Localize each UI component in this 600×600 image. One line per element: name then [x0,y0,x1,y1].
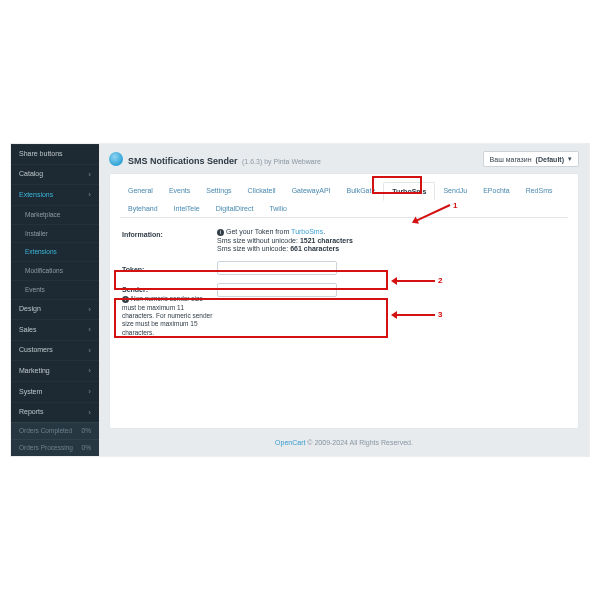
chevron-right-icon: › [88,325,91,335]
sidebar-stat-orders-completed: Orders Completed0% [11,422,99,439]
chevron-right-icon: › [88,190,91,200]
main-content: SMS Notifications Sender (1.6.3) by Pint… [99,144,589,456]
sidebar-sub-installer[interactable]: Installer [11,224,99,243]
label-sender: Sender: [122,286,217,293]
info-icon: i [217,229,224,236]
sidebar-item-customers[interactable]: Customers› [11,340,99,361]
sidebar-item-system[interactable]: System› [11,381,99,402]
marker-3: 3 [438,310,442,319]
tab-turbosms[interactable]: TurboSms [383,182,435,201]
sidebar-item-extensions[interactable]: Extensions› [11,184,99,205]
row-token: Token: [122,261,566,275]
chevron-right-icon: › [88,305,91,315]
label-information: Information: [122,228,217,238]
sidebar-item-catalog[interactable]: Catalog› [11,164,99,185]
chevron-right-icon: › [88,346,91,356]
sidebar-item-reports[interactable]: Reports› [11,402,99,423]
tab-general[interactable]: General [120,182,161,200]
chevron-right-icon: › [88,387,91,397]
link-turbosms[interactable]: TurboSms [291,228,323,235]
page-subtitle: (1.6.3) by Pinta Webware [242,158,321,165]
chevron-down-icon: ▾ [568,155,572,163]
sidebar-sub-events[interactable]: Events [11,280,99,299]
link-opencart[interactable]: OpenCart [275,439,305,446]
tab-gatewayapi[interactable]: GatewayAPI [284,182,339,200]
marker-1: 1 [453,201,457,210]
sidebar-sub-marketplace[interactable]: Marketplace [11,205,99,224]
sidebar-sub-extensions[interactable]: Extensions [11,242,99,261]
page-title: SMS Notifications Sender [128,156,238,166]
tab-events[interactable]: Events [161,182,198,200]
tab-bytehand[interactable]: Bytehand [120,200,166,217]
sidebar-item-share-buttons[interactable]: Share buttons [11,144,99,163]
hint-sender: Non numeric sender size must be maximum … [122,295,212,336]
chevron-right-icon: › [88,170,91,180]
marker-2: 2 [438,276,442,285]
sidebar-item-marketing[interactable]: Marketing› [11,360,99,381]
tab-epochta[interactable]: EPochta [475,182,517,200]
sidebar-sub-modifications[interactable]: Modifications [11,261,99,280]
tab-inteltele[interactable]: IntelTele [166,200,208,217]
tab-settings[interactable]: Settings [198,182,239,200]
tab-sendju[interactable]: SendJu [435,182,475,200]
tab-redsms[interactable]: RedSms [518,182,561,200]
tab-clickatell[interactable]: Clickatell [240,182,284,200]
chevron-right-icon: › [88,366,91,376]
sidebar-stat-orders-processing: Orders Processing0% [11,439,99,456]
page-footer: OpenCart © 2009-2024 All Rights Reserved… [109,439,579,446]
sidebar-item-sales[interactable]: Sales› [11,319,99,340]
tabs: General Events Settings Clickatell Gatew… [120,182,568,218]
settings-panel: General Events Settings Clickatell Gatew… [109,173,579,429]
tab-bulkgate[interactable]: BulkGate [339,182,384,200]
row-information: Information: iGet your Token from TurboS… [122,228,566,253]
tab-digitaldirect[interactable]: DigitalDirect [208,200,262,217]
info-icon: i [122,296,129,303]
sidebar: Share buttons Catalog› Extensions› Marke… [11,144,99,456]
sender-input[interactable] [217,283,337,297]
module-logo-icon [109,152,123,166]
chevron-right-icon: › [88,408,91,418]
row-sender: Sender: iNon numeric sender size must be… [122,283,566,337]
tab-twilio[interactable]: Twilio [261,200,295,217]
token-input[interactable] [217,261,337,275]
sidebar-item-design[interactable]: Design› [11,299,99,320]
label-token: Token: [122,263,217,273]
page-header: SMS Notifications Sender (1.6.3) by Pint… [109,150,579,168]
store-selector[interactable]: Ваш магазин (Default) ▾ [483,151,579,167]
arrow-3 [393,314,435,316]
arrow-2 [393,280,435,282]
